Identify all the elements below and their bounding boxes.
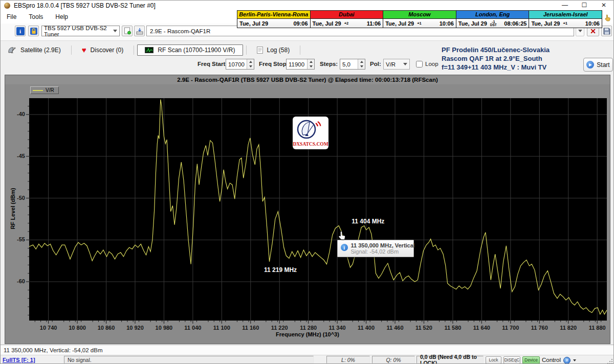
menu-help[interactable]: Help (49, 13, 74, 20)
level-field: L: 0% (326, 356, 370, 363)
tab-separator (134, 46, 134, 55)
marker-button[interactable] (122, 26, 133, 36)
signal-tooltip: i 11 350,000 MHz, Vertical Signal: -54,0… (337, 240, 414, 257)
x-tick-label: 11 460 (383, 325, 407, 331)
clock-utc-offset: -1DST (490, 20, 497, 27)
rf-scan-plot[interactable] (5, 75, 610, 344)
info-button[interactable]: i (15, 26, 26, 36)
x-tick-label: 10 800 (65, 325, 89, 331)
start-button[interactable]: Start (583, 58, 613, 72)
antenna-info-line3: f=11 349+11 403 MHz_V : Muvi TV (442, 63, 590, 72)
clock-time-row: Tue, Jul 29+211:06 (311, 19, 383, 28)
info-icon: i (16, 27, 25, 35)
tab-label: Discover (0) (91, 47, 124, 54)
fullts-link[interactable]: FullTS [F: 1] (3, 357, 35, 363)
app-window: EBSpro 18.0.0.4 [TBS 5927 USB DVB-S2 Tun… (0, 0, 614, 364)
maximize-button[interactable]: ☐ (575, 1, 594, 10)
chevron-down-icon (578, 30, 582, 32)
steps-value: 5,0 (340, 59, 358, 69)
play-icon (586, 61, 594, 69)
export-button[interactable] (134, 26, 145, 36)
save-button[interactable] (601, 26, 612, 36)
steps-label: Steps: (320, 61, 338, 67)
clock-city-label: London, Eng (456, 11, 529, 19)
freq-start-label: Freq Start: (198, 61, 227, 67)
clock-time: 10:06 (585, 20, 600, 27)
x-tick-label: 11 580 (441, 325, 465, 331)
tab-discover-0[interactable]: ♥Discover (0) (75, 45, 131, 55)
steps-input[interactable]: 5,0 (340, 59, 365, 70)
lock-status-button[interactable]: Lock (486, 356, 501, 364)
clock-time-row: Tue, Jul 29+110:06 (529, 19, 602, 28)
lock-button[interactable] (28, 26, 39, 36)
x-tick-label: 11 340 (325, 325, 349, 331)
x-tick-label: 11 400 (355, 325, 378, 331)
info-icon: i (341, 244, 348, 251)
clock-3: MoscowTue, Jul 29+110:06 (383, 11, 456, 28)
resize-grip[interactable] (607, 358, 613, 364)
x-tick-label: 10 740 (37, 325, 60, 331)
log-icon (257, 47, 263, 54)
x-tick-label: 10 860 (95, 325, 118, 331)
tooltip-frequency: 11 350,000 MHz, Vertical (351, 242, 410, 248)
loop-label: Loop (425, 61, 438, 67)
status-bar: FullTS [F: 1] No signal. L: 0% Q: 0% 0,0… (1, 355, 613, 364)
clock-date: Tue, Jul 29 (313, 20, 341, 27)
x-tick-label: 10 920 (123, 325, 147, 331)
signal-message-field: No signal. (64, 356, 314, 363)
snr-field: 0,0 dB (Need 4,0 dB to LOCK) (416, 356, 484, 363)
minimize-button[interactable]: — (555, 1, 575, 10)
close-button[interactable]: ✕ (594, 1, 613, 10)
hand-cursor-icon (338, 231, 347, 240)
clock-city-label: Dubai (311, 11, 383, 19)
tuner-select[interactable]: TBS 5927 USB DVB-S2 Tuner (41, 26, 120, 36)
freq-stop-value: 11900 (287, 59, 307, 69)
menu-file[interactable]: File (1, 13, 23, 20)
clock-city-label: Moscow (383, 11, 456, 19)
x-axis-label: Frequency (MHz) (10^3) (5, 331, 610, 337)
dxsatcs-logo: DXSATCS.COM (293, 117, 328, 149)
clock-utc-offset: +1 (563, 22, 567, 25)
clock-2: DubaiTue, Jul 29+211:06 (311, 11, 384, 28)
clock-utc-offset: +1 (417, 22, 422, 25)
x-tick-label: 11 520 (412, 325, 435, 331)
tab-label: Satellite (2.9E) (20, 47, 61, 54)
status-reading-bar: 11 350,000 MHz, Vertical: -54,02 dBm (1, 345, 613, 355)
device-button[interactable]: Device (522, 356, 540, 364)
tab-satellite-2-9e[interactable]: Satellite (2.9E) (1, 45, 68, 55)
diseqc-button[interactable]: DiSEqC (503, 356, 520, 364)
export-icon (136, 28, 143, 35)
tab-separator (300, 46, 300, 55)
control-icon[interactable]: # (563, 357, 571, 364)
control-label: Control (542, 357, 561, 363)
clock-date: Tue, Jul 29 (385, 20, 414, 27)
steps-stepper[interactable] (358, 59, 365, 69)
freq-start-value: 10700 (226, 59, 247, 69)
tab-log-58[interactable]: Log (58) (250, 45, 297, 55)
tab-rf-scan-10700-11900-v-r[interactable]: RF Scan (10700-11900 V/R) (137, 44, 243, 56)
freq-stop-stepper[interactable] (307, 59, 314, 69)
freq-start-input[interactable]: 10700 (226, 59, 254, 70)
x-tick-label: 11 040 (181, 325, 205, 331)
menu-tools[interactable]: Tools (23, 13, 49, 20)
control-dropdown-icon[interactable] (573, 359, 576, 361)
clock-city-label: Berlin-Paris-Vienna-Roma (237, 11, 310, 19)
window-title: EBSpro 18.0.0.4 [TBS 5927 USB DVB-S2 Tun… (14, 2, 156, 9)
status-reading: 11 350,000 MHz, Vertical: -54,02 dBm (4, 347, 102, 353)
x-tick-label: 11 220 (268, 325, 291, 331)
x-tick-label: 11 820 (557, 325, 580, 331)
lock-icon (30, 27, 38, 35)
clock-utc-offset: +2 (344, 22, 349, 25)
x-tick-label: 10 980 (152, 325, 176, 331)
chevron-down-icon (403, 63, 407, 65)
clock-time-row: Tue, Jul 29-1DST08:06:25 (456, 19, 529, 28)
loop-checkbox[interactable] (416, 61, 423, 67)
clock-5: Jerusalem-IsraelTue, Jul 29+110:06 (529, 11, 602, 28)
freq-start-stepper[interactable] (247, 59, 254, 69)
freq-stop-input[interactable]: 11900 (286, 59, 315, 70)
x-tick-label: 11 100 (210, 325, 233, 331)
pol-select[interactable]: V/R (383, 59, 410, 70)
clock-date: Tue, Jul 29 (458, 20, 487, 27)
svg-text:DXSATCS.COM: DXSATCS.COM (293, 142, 328, 147)
tab-label: RF Scan (10700-11900 V/R) (158, 47, 235, 54)
